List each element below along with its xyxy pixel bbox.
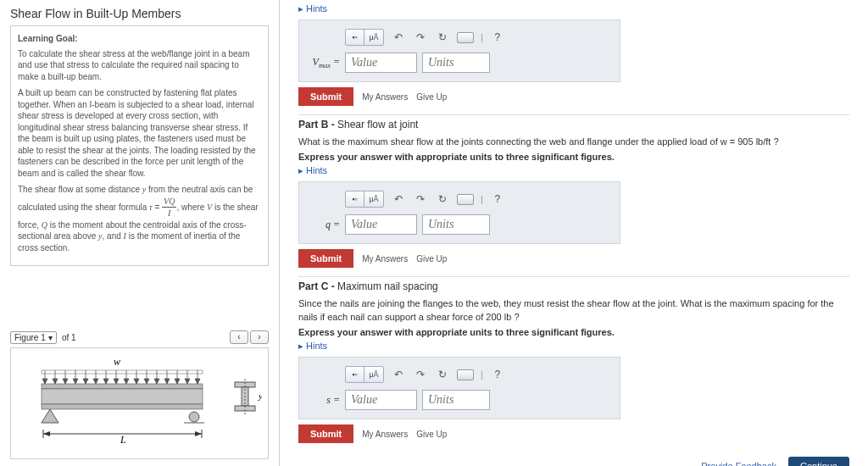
- figure-box: w: [10, 347, 269, 459]
- part-c-question: Since the nails are joining the flanges …: [298, 297, 849, 324]
- value-input-a[interactable]: [345, 53, 417, 73]
- redo-icon[interactable]: ↷: [413, 31, 428, 44]
- svg-marker-41: [43, 431, 50, 436]
- svg-text:L: L: [120, 434, 126, 446]
- toolbar-b: ▪▫μÅ ↶ ↷ ↻ | ?: [345, 191, 608, 208]
- right-panel: Hints ▪▫μÅ ↶ ↷ ↻ | ? Vmax = Submit My An…: [280, 0, 868, 466]
- value-input-c[interactable]: [345, 390, 417, 410]
- figure-prev-button[interactable]: ‹: [230, 330, 248, 344]
- redo-icon[interactable]: ↷: [413, 192, 428, 206]
- give-up-link-c[interactable]: Give Up: [416, 430, 447, 439]
- subscript-icon: ▪▫: [346, 367, 364, 382]
- beam-diagram: w: [25, 353, 262, 455]
- var-label-b: q =: [311, 219, 340, 231]
- answer-box-b: ▪▫μÅ ↶ ↷ ↻ | ? q =: [298, 181, 620, 244]
- page-title: Shear Flow in Built-Up Members: [10, 7, 269, 20]
- submit-button-b[interactable]: Submit: [298, 249, 353, 268]
- help-icon[interactable]: ?: [490, 368, 505, 381]
- reset-icon[interactable]: ↻: [435, 192, 450, 206]
- answer-box-a: ▪▫μÅ ↶ ↷ ↻ | ? Vmax =: [298, 19, 620, 82]
- paragraph-1: A built up beam can be constructed by fa…: [18, 87, 261, 179]
- mu-a-button: μÅ: [364, 367, 383, 382]
- my-answers-link-b[interactable]: My Answers: [362, 254, 408, 264]
- svg-marker-33: [195, 379, 200, 384]
- svg-marker-19: [124, 379, 129, 384]
- give-up-link-b[interactable]: Give Up: [416, 254, 447, 264]
- svg-marker-11: [83, 379, 88, 384]
- part-b-header: Part B - Shear flow at joint: [298, 114, 849, 130]
- svg-rect-36: [42, 404, 203, 409]
- my-answers-link-c[interactable]: My Answers: [362, 430, 408, 439]
- toolbar-c: ▪▫μÅ ↶ ↷ ↻ | ?: [345, 366, 608, 383]
- svg-marker-42: [195, 431, 202, 436]
- redo-icon[interactable]: ↷: [413, 368, 428, 381]
- svg-marker-3: [42, 379, 47, 384]
- value-input-b[interactable]: [345, 214, 417, 235]
- var-label-c: s =: [311, 394, 340, 407]
- svg-rect-35: [42, 389, 203, 404]
- format-toggle-c[interactable]: ▪▫μÅ: [345, 366, 384, 383]
- svg-marker-37: [42, 409, 58, 423]
- svg-marker-17: [114, 379, 119, 384]
- give-up-link-a[interactable]: Give Up: [416, 92, 447, 102]
- part-c-header: Part C - Maximum nail spacing: [298, 276, 849, 292]
- keyboard-icon[interactable]: [457, 194, 474, 205]
- units-input-b[interactable]: [422, 214, 490, 235]
- svg-marker-27: [164, 379, 170, 384]
- figure-next-button[interactable]: ›: [250, 330, 269, 344]
- keyboard-icon[interactable]: [457, 369, 474, 380]
- figure-bar: Figure 1 ▾ of 1 ‹ ›: [10, 330, 269, 344]
- keyboard-icon[interactable]: [457, 32, 474, 43]
- svg-rect-34: [42, 384, 203, 389]
- mu-a-button: μÅ: [364, 30, 383, 45]
- units-input-c[interactable]: [422, 390, 490, 410]
- continue-button[interactable]: Continue: [788, 457, 849, 466]
- svg-marker-29: [175, 379, 180, 384]
- left-panel: Shear Flow in Built-Up Members Learning …: [0, 0, 280, 466]
- part-c-instr: Express your answer with appropriate uni…: [298, 327, 849, 337]
- mu-a-button: μÅ: [364, 191, 383, 207]
- learning-goal-box: Learning Goal: To calculate the shear st…: [10, 25, 269, 266]
- reset-icon[interactable]: ↻: [435, 31, 450, 44]
- svg-marker-23: [144, 379, 149, 384]
- provide-feedback-link[interactable]: Provide Feedback: [701, 461, 776, 466]
- svg-text:y: y: [258, 391, 262, 401]
- format-toggle-a[interactable]: ▪▫μÅ: [345, 29, 384, 46]
- subscript-icon: ▪▫: [346, 30, 364, 45]
- svg-marker-7: [63, 379, 68, 384]
- part-b-instr: Express your answer with appropriate uni…: [298, 152, 849, 162]
- footer-row: Provide Feedback Continue: [298, 452, 849, 466]
- paragraph-2: The shear flow at some distance y from t…: [18, 184, 261, 253]
- hints-link-a[interactable]: Hints: [298, 3, 849, 14]
- figure-select[interactable]: Figure 1 ▾: [10, 331, 57, 344]
- figure-of: of 1: [62, 333, 76, 342]
- part-b-question: What is the maximum shear flow at the jo…: [298, 136, 849, 148]
- svg-text:w: w: [114, 356, 120, 368]
- my-answers-link-a[interactable]: My Answers: [362, 92, 408, 102]
- undo-icon[interactable]: ↶: [391, 368, 406, 381]
- goal-text: To calculate the shear stress at the web…: [18, 48, 261, 83]
- svg-marker-31: [185, 379, 190, 384]
- help-icon[interactable]: ?: [490, 192, 505, 206]
- hints-link-b[interactable]: Hints: [298, 165, 849, 176]
- answer-box-c: ▪▫μÅ ↶ ↷ ↻ | ? s =: [298, 357, 620, 419]
- var-label-a: Vmax =: [311, 56, 340, 69]
- help-icon[interactable]: ?: [490, 31, 505, 44]
- toolbar-a: ▪▫μÅ ↶ ↷ ↻ | ?: [345, 29, 608, 46]
- submit-button-a[interactable]: Submit: [298, 87, 353, 106]
- svg-marker-9: [73, 379, 78, 384]
- svg-marker-25: [154, 379, 159, 384]
- svg-point-38: [189, 412, 199, 422]
- svg-marker-5: [53, 379, 58, 384]
- format-toggle-b[interactable]: ▪▫μÅ: [345, 191, 384, 208]
- goal-label: Learning Goal:: [18, 33, 261, 45]
- units-input-a[interactable]: [422, 53, 490, 73]
- undo-icon[interactable]: ↶: [391, 31, 406, 44]
- submit-button-c[interactable]: Submit: [298, 424, 353, 443]
- undo-icon[interactable]: ↶: [391, 192, 406, 206]
- svg-marker-13: [93, 379, 98, 384]
- hints-link-c[interactable]: Hints: [298, 341, 849, 352]
- svg-rect-1: [42, 370, 203, 374]
- chevron-down-icon: ▾: [48, 333, 53, 342]
- reset-icon[interactable]: ↻: [435, 368, 450, 381]
